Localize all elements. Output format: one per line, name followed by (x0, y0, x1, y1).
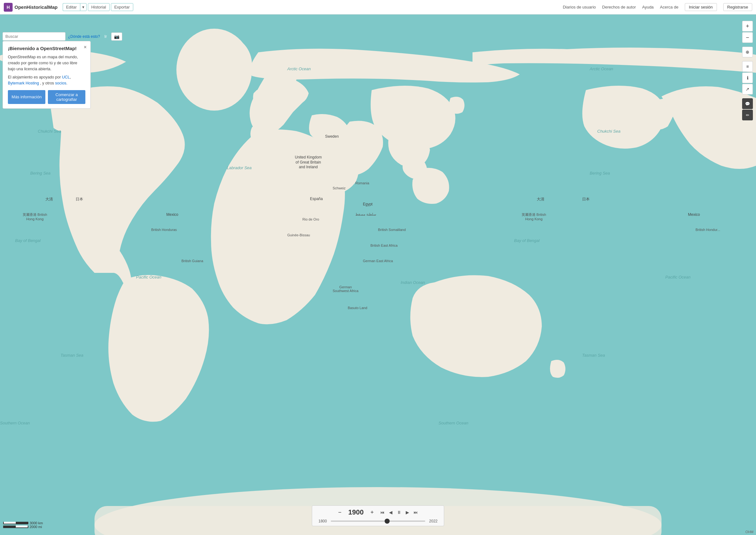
scale-mi-label: 2000 mi (30, 525, 42, 529)
feedback-button[interactable]: 💬 (742, 98, 753, 109)
credit-text: OHM (745, 530, 753, 534)
edit-button[interactable]: Editar (63, 3, 80, 11)
logo-icon: H (4, 3, 13, 12)
timeline-thumb[interactable] (385, 519, 390, 524)
zoom-out-button[interactable]: − (742, 32, 753, 43)
edit-dropdown-button[interactable]: ▾ (80, 3, 87, 11)
donde-link[interactable]: ¿Dónde está esto? (68, 34, 100, 39)
welcome-paragraph1: OpenStreetMap es un mapa del mundo, crea… (8, 54, 85, 72)
scale-mi: 2000 mi (3, 525, 43, 529)
share-button[interactable]: ↗ (742, 84, 753, 95)
camera-icon: 📷 (114, 34, 120, 39)
map-controls: + − ⊕ ≡ ℹ ↗ 💬 ✏ (742, 21, 753, 120)
skip-forward-button[interactable]: ⏭ (412, 509, 419, 516)
pause-button[interactable]: ⏸ (396, 509, 403, 516)
svg-point-4 (202, 37, 252, 93)
info-button[interactable]: ℹ (742, 72, 753, 83)
timeline-end: 2022 (429, 519, 438, 523)
timeline: − 1900 + ⏮ ◀ ⏸ ▶ ⏭ 1800 2022 (312, 505, 444, 526)
nav-ayuda[interactable]: Ayuda (642, 5, 654, 10)
timeline-bottom: 1800 2022 (318, 519, 438, 523)
ohm-credit: OHM (745, 530, 753, 534)
back-button[interactable]: ◀ (388, 509, 394, 516)
header-right: Diarios de usuario Derechos de autor Ayu… (563, 3, 752, 11)
timeline-minus-button[interactable]: − (337, 509, 343, 516)
layers-button[interactable]: ≡ (742, 61, 753, 72)
timeline-start: 1800 (318, 519, 327, 523)
zoom-in-button[interactable]: + (742, 21, 753, 32)
timeline-slider[interactable] (331, 521, 425, 522)
welcome-title: ¡Bienvenido a OpenStreetMap! (8, 46, 85, 51)
scale-km: 3000 km (3, 521, 43, 525)
exportar-button[interactable]: Exportar (111, 3, 133, 11)
logo-text: OpenHistoricalMap (14, 4, 58, 10)
map-container[interactable]: Arctic Ocean Chukchi Sea Bering Sea 大清 日… (0, 14, 756, 535)
nav-derechos[interactable]: Derechos de autor (602, 5, 636, 10)
logo: H OpenHistoricalMap (4, 3, 58, 12)
iniciar-sesion-button[interactable]: Iniciar sesión (685, 3, 717, 11)
scale-km-label: 3000 km (30, 521, 43, 525)
welcome-paragraph2: El alojamiento es apoyado por UCL, Bytem… (8, 74, 85, 86)
ucl-link[interactable]: UCL (62, 75, 70, 79)
edit-note-button[interactable]: ✏ (742, 110, 753, 120)
welcome-close-button[interactable]: × (84, 44, 87, 50)
timeline-year: 1900 (346, 508, 365, 517)
forward-button[interactable]: ▶ (404, 509, 411, 516)
comenzar-button[interactable]: Comenzar a cartografiar (48, 90, 85, 104)
timeline-controls: ⏮ ◀ ⏸ ▶ ⏭ (379, 509, 419, 516)
scale-bar: 3000 km 2000 mi (3, 521, 43, 529)
nav-acerca[interactable]: Acerca de (660, 5, 679, 10)
mas-info-button[interactable]: Más información (8, 90, 45, 104)
nav-diarios[interactable]: Diarios de usuario (563, 5, 596, 10)
search-input[interactable] (3, 32, 66, 41)
ir-button[interactable]: Ir (101, 33, 110, 40)
search-bar: ¿Dónde está esto? Ir 📷 (3, 32, 122, 41)
timeline-top: − 1900 + ⏮ ◀ ⏸ ▶ ⏭ (337, 508, 419, 517)
historial-button[interactable]: Historial (88, 3, 110, 11)
timeline-plus-button[interactable]: + (369, 509, 375, 516)
edit-group: Editar ▾ (63, 3, 87, 11)
map-svg (0, 14, 756, 535)
socios-link[interactable]: socios (55, 81, 66, 85)
registrarse-button[interactable]: Registrarse (723, 3, 752, 11)
gps-button[interactable]: ⊕ (742, 47, 753, 57)
welcome-panel: ¡Bienvenido a OpenStreetMap! × OpenStree… (3, 41, 91, 109)
bytemark-link[interactable]: Bytemark Hosting (8, 81, 39, 85)
header: H OpenHistoricalMap Editar ▾ Historial E… (0, 0, 756, 14)
skip-back-button[interactable]: ⏮ (379, 509, 386, 516)
camera-button[interactable]: 📷 (111, 33, 122, 41)
welcome-buttons: Más información Comenzar a cartografiar (8, 90, 85, 104)
